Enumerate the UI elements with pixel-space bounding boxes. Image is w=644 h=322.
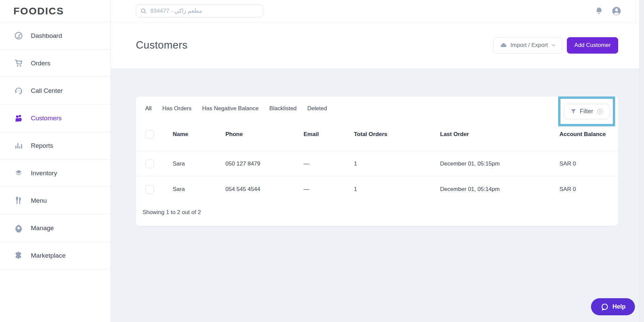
- app-root: FOODICS Dashboard Orders Call Center Cus: [0, 0, 644, 322]
- search-icon: [140, 8, 147, 14]
- scrollbar-track[interactable]: [639, 0, 644, 322]
- cell-name: Sara: [173, 186, 225, 193]
- sidebar-item-reports[interactable]: Reports: [0, 132, 110, 159]
- cell-last-order: December 01, 05:14pm: [440, 186, 559, 193]
- gear-icon: [13, 223, 23, 233]
- cell-account-balance: SAR 0: [559, 186, 609, 193]
- sidebar-item-manage[interactable]: Manage: [0, 214, 110, 242]
- sidebar-item-menu[interactable]: Menu: [0, 187, 110, 214]
- customers-icon: [13, 113, 23, 123]
- bar-chart-icon: [13, 141, 23, 151]
- sidebar-item-label: Customers: [31, 115, 62, 122]
- row-checkbox[interactable]: [145, 159, 154, 168]
- help-button[interactable]: Help: [591, 298, 635, 315]
- main-area: مطعم زاكي - 834477 Customers Import / Ex…: [111, 0, 644, 322]
- sidebar-item-label: Dashboard: [31, 32, 62, 40]
- cell-email: —: [304, 160, 354, 167]
- filter-button[interactable]: Filter: [564, 104, 610, 119]
- column-header-total-orders: Total Orders: [354, 131, 440, 138]
- help-label: Help: [612, 303, 626, 310]
- add-customer-button[interactable]: Add Customer: [567, 37, 618, 54]
- pagination-summary: Showing 1 to 2 out of 2: [136, 202, 618, 224]
- cell-email: —: [304, 186, 354, 193]
- clear-filter-icon[interactable]: [597, 108, 603, 115]
- notifications-bell-icon[interactable]: [593, 5, 605, 17]
- sidebar-item-label: Menu: [31, 197, 47, 204]
- import-export-button[interactable]: Import / Export: [493, 37, 562, 54]
- filter-highlight-annotation: Filter: [558, 96, 615, 126]
- cell-total-orders: 1: [354, 186, 440, 193]
- cell-phone: 050 127 8479: [225, 160, 304, 167]
- search-value: مطعم زاكي - 834477: [150, 7, 202, 14]
- sidebar-item-marketplace[interactable]: Marketplace: [0, 242, 110, 269]
- topbar-right: [593, 0, 636, 22]
- cell-phone: 054 545 4544: [225, 186, 304, 193]
- cart-icon: [13, 58, 23, 68]
- row-checkbox[interactable]: [145, 185, 154, 194]
- sidebar-item-call-center[interactable]: Call Center: [0, 77, 110, 105]
- select-all-checkbox[interactable]: [145, 130, 154, 139]
- sidebar-item-label: Reports: [31, 142, 53, 149]
- column-header-phone: Phone: [225, 131, 304, 138]
- sidebar-item-label: Call Center: [31, 87, 63, 94]
- sidebar-item-orders[interactable]: Orders: [0, 50, 110, 77]
- foodics-logo: FOODICS: [13, 5, 64, 17]
- header-actions: Import / Export Add Customer: [493, 37, 618, 54]
- sidebar: FOODICS Dashboard Orders Call Center Cus: [0, 0, 111, 322]
- tab-has-orders[interactable]: Has Orders: [162, 105, 192, 112]
- column-header-name: Name: [173, 131, 225, 138]
- sidebar-item-customers[interactable]: Customers: [0, 105, 110, 132]
- filter-button-label: Filter: [580, 108, 593, 115]
- search-input[interactable]: مطعم زاكي - 834477: [136, 5, 263, 17]
- headset-icon: [13, 86, 23, 96]
- column-header-email: Email: [304, 131, 354, 138]
- puzzle-icon: [13, 251, 23, 261]
- cell-name: Sara: [173, 160, 225, 167]
- layers-icon: [13, 168, 23, 178]
- table-row[interactable]: Sara 054 545 4544 — 1 December 01, 05:14…: [136, 176, 618, 202]
- column-header-last-order: Last Order: [440, 131, 559, 138]
- sidebar-item-inventory[interactable]: Inventory: [0, 159, 110, 187]
- sidebar-item-label: Manage: [31, 224, 54, 232]
- sidebar-item-label: Marketplace: [31, 252, 66, 259]
- customers-card: All Has Orders Has Negative Balance Blac…: [136, 96, 618, 226]
- sidebar-item-dashboard[interactable]: Dashboard: [0, 22, 110, 50]
- user-avatar-icon[interactable]: [611, 5, 622, 17]
- sidebar-item-label: Orders: [31, 60, 50, 67]
- sidebar-item-label: Inventory: [31, 170, 57, 177]
- funnel-icon: [570, 108, 577, 115]
- chevron-down-icon: [551, 43, 556, 48]
- table-header-row: Name Phone Email Total Orders Last Order…: [136, 118, 618, 151]
- cell-account-balance: SAR 0: [559, 160, 609, 167]
- tab-all[interactable]: All: [145, 105, 152, 112]
- logo-area: FOODICS: [0, 0, 110, 22]
- cell-last-order: December 01, 05:15pm: [440, 160, 559, 167]
- page-header: Customers Import / Export Add Customer: [111, 22, 644, 68]
- content-area: All Has Orders Has Negative Balance Blac…: [111, 68, 644, 322]
- table-row[interactable]: Sara 050 127 8479 — 1 December 01, 05:15…: [136, 151, 618, 176]
- filter-tabs: All Has Orders Has Negative Balance Blac…: [136, 96, 618, 118]
- topbar: مطعم زاكي - 834477: [111, 0, 644, 22]
- utensils-icon: [13, 196, 23, 206]
- tab-blacklisted[interactable]: Blacklisted: [269, 105, 297, 112]
- cell-total-orders: 1: [354, 160, 440, 167]
- chat-bubble-icon: [600, 303, 609, 311]
- tab-deleted[interactable]: Deleted: [307, 105, 327, 112]
- tab-has-negative-balance[interactable]: Has Negative Balance: [202, 105, 259, 112]
- import-export-label: Import / Export: [511, 42, 548, 49]
- column-header-account-balance: Account Balance: [559, 131, 609, 138]
- dashboard-icon: [13, 31, 23, 41]
- page-title: Customers: [136, 39, 187, 51]
- cloud-icon: [500, 42, 507, 49]
